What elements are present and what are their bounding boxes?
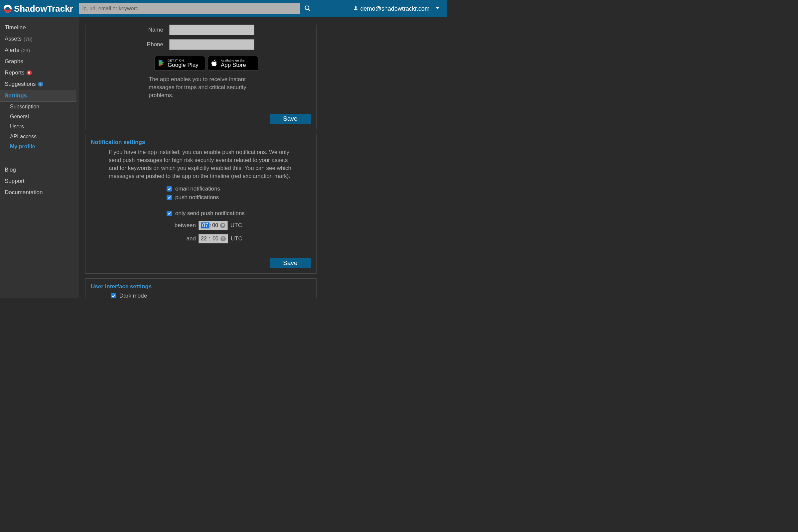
- sidebar-item-label: Subscription: [10, 104, 39, 110]
- time-to-row: and 22 : 00 ✕ UTC: [173, 234, 311, 243]
- svg-line-3: [308, 9, 310, 11]
- sidebar-item-label: My profile: [10, 144, 35, 150]
- save-profile-button[interactable]: Save: [270, 114, 311, 124]
- phone-input[interactable]: [169, 39, 254, 50]
- svg-point-1: [5, 7, 10, 10]
- sidebar-item-suggestions[interactable]: Suggestions 3: [0, 78, 79, 90]
- sidebar-item-api-access[interactable]: API access: [10, 132, 79, 141]
- ui-settings-title: User interface settings: [91, 283, 311, 290]
- only-send-row: only send push notifications: [167, 210, 311, 217]
- sidebar-item-label: Assets: [5, 36, 22, 42]
- svg-point-4: [355, 6, 357, 8]
- clear-time-icon[interactable]: ✕: [220, 223, 225, 228]
- sidebar-item-count: (23): [21, 48, 30, 53]
- sidebar-item-label: Documentation: [5, 189, 42, 196]
- push-notifications-label: push notifications: [175, 194, 219, 201]
- utc-label: UTC: [231, 235, 242, 242]
- time-from-mm[interactable]: 00: [212, 223, 218, 228]
- sidebar-item-label: General: [10, 114, 29, 120]
- email-notifications-row: email notifications: [167, 186, 311, 192]
- only-send-label: only send push notifications: [175, 210, 245, 217]
- sidebar-item-settings[interactable]: Settings: [0, 90, 76, 102]
- sidebar-item-label: Suggestions: [5, 81, 36, 88]
- email-notifications-label: email notifications: [175, 186, 220, 192]
- user-icon: [353, 5, 358, 12]
- badge-count: 3: [38, 82, 43, 87]
- app-description: The app enables you to receive instant m…: [149, 75, 268, 99]
- google-play-icon: [158, 59, 166, 68]
- sidebar-item-my-profile[interactable]: My profile: [10, 141, 79, 152]
- sidebar-item-label: Blog: [5, 167, 16, 173]
- time-from-row: between 07:00 ✕ UTC: [173, 221, 311, 230]
- sidebar: Timeline Assets (78) Alerts (23) Graphs …: [0, 17, 79, 298]
- brand-text: ShadowTrackr: [14, 4, 73, 14]
- logo-icon: [3, 4, 12, 13]
- notification-title: Notification settings: [91, 139, 311, 146]
- time-to-input[interactable]: 22 : 00 ✕: [198, 234, 228, 243]
- user-email: demo@shadowtrackr.com: [360, 5, 430, 12]
- sidebar-item-label: Support: [5, 178, 25, 185]
- sidebar-item-label: Users: [10, 124, 24, 130]
- google-play-line2: Google Play: [168, 62, 198, 68]
- and-label: and: [173, 235, 196, 242]
- sidebar-item-graphs[interactable]: Graphs: [0, 56, 79, 67]
- app-store-line2: App Store: [221, 62, 246, 68]
- notification-description: If you have the app installed, you can e…: [109, 148, 295, 180]
- logo[interactable]: ShadowTrackr: [3, 4, 73, 14]
- only-send-checkbox[interactable]: [167, 211, 172, 216]
- store-badges: GET IT ON Google Play Available on the A…: [155, 56, 311, 71]
- sidebar-item-timeline[interactable]: Timeline: [0, 22, 79, 33]
- dark-mode-checkbox[interactable]: [111, 293, 116, 298]
- name-input[interactable]: [169, 25, 254, 35]
- time-to-hh[interactable]: 22: [201, 236, 207, 242]
- sidebar-item-blog[interactable]: Blog: [0, 164, 79, 175]
- dark-mode-row: Dark mode: [111, 292, 311, 298]
- sidebar-item-label: Alerts: [5, 47, 19, 54]
- sidebar-item-assets[interactable]: Assets (78): [0, 33, 79, 44]
- phone-label: Phone: [91, 41, 169, 48]
- search-icon: [304, 8, 311, 13]
- profile-panel: Name Phone GET IT ON Google Play: [85, 25, 317, 129]
- sidebar-item-label: Reports: [5, 70, 25, 76]
- sidebar-item-subscription[interactable]: Subscription: [10, 102, 79, 112]
- between-label: between: [173, 222, 196, 229]
- name-label: Name: [91, 26, 169, 33]
- time-from-input[interactable]: 07:00 ✕: [198, 221, 228, 230]
- sidebar-item-alerts[interactable]: Alerts (23): [0, 44, 79, 56]
- topbar: ShadowTrackr demo@shadowtrackr.com: [0, 0, 447, 17]
- save-notifications-button[interactable]: Save: [270, 258, 311, 268]
- time-from-hh[interactable]: 07: [201, 223, 209, 228]
- utc-label: UTC: [230, 222, 242, 229]
- search-button[interactable]: [304, 5, 311, 13]
- sidebar-item-support[interactable]: Support: [0, 175, 79, 187]
- svg-point-2: [305, 6, 309, 10]
- sidebar-item-label: Settings: [5, 92, 27, 99]
- app-store-badge[interactable]: Available on the App Store: [208, 56, 258, 71]
- sidebar-item-label: API access: [10, 134, 37, 140]
- email-notifications-checkbox[interactable]: [167, 186, 172, 191]
- sidebar-item-count: (78): [24, 36, 33, 42]
- sidebar-item-label: Timeline: [5, 24, 26, 31]
- chevron-down-icon: [435, 5, 440, 12]
- sidebar-item-users[interactable]: Users: [10, 122, 79, 132]
- sidebar-item-general[interactable]: General: [10, 112, 79, 122]
- sidebar-item-documentation[interactable]: Documentation: [0, 187, 79, 198]
- dark-mode-label: Dark mode: [119, 292, 147, 298]
- search-input[interactable]: [79, 3, 300, 14]
- time-to-mm[interactable]: 00: [212, 236, 218, 242]
- badge-count: 9: [26, 71, 32, 75]
- apple-icon: [211, 59, 219, 68]
- push-notifications-row: push notifications: [167, 194, 311, 201]
- clear-time-icon[interactable]: ✕: [221, 236, 226, 241]
- settings-subnav: Subscription General Users API access My…: [0, 102, 79, 152]
- user-menu[interactable]: demo@shadowtrackr.com: [353, 5, 443, 12]
- google-play-badge[interactable]: GET IT ON Google Play: [155, 56, 205, 71]
- main-content: Name Phone GET IT ON Google Play: [79, 17, 447, 298]
- notification-panel: Notification settings If you have the ap…: [85, 134, 317, 273]
- ui-settings-panel: User interface settings Dark mode: [85, 278, 317, 298]
- sidebar-item-reports[interactable]: Reports 9: [0, 67, 79, 78]
- push-notifications-checkbox[interactable]: [167, 195, 172, 200]
- sidebar-item-label: Graphs: [5, 58, 23, 65]
